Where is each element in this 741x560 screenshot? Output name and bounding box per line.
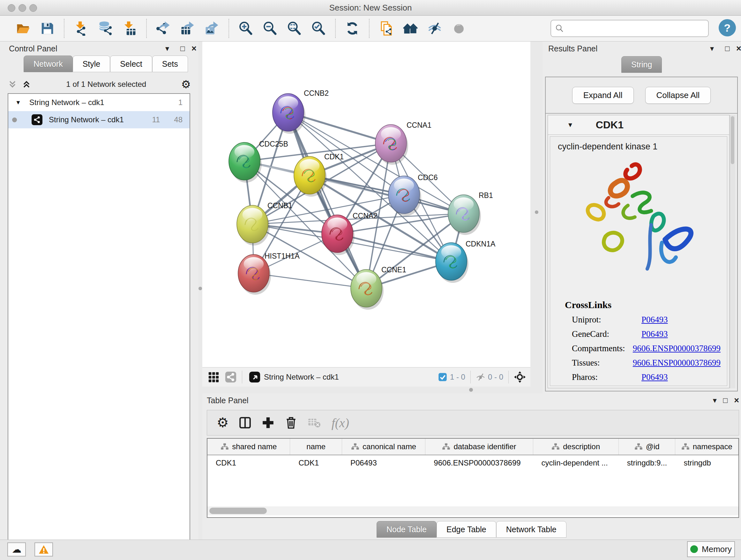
tab-network-table[interactable]: Network Table (496, 521, 566, 538)
tab-style[interactable]: Style (73, 56, 111, 72)
network-icon (31, 114, 43, 125)
detach-view-icon[interactable] (249, 371, 261, 383)
float-panel-icon[interactable]: □ (725, 44, 730, 53)
column-header-name[interactable]: name (290, 439, 342, 455)
table-settings-gear-icon[interactable]: ⚙ (217, 416, 229, 429)
first-neighbors-of-selected-button[interactable] (400, 19, 421, 38)
zoom-out-button[interactable] (260, 19, 280, 38)
column-header-shared-name[interactable]: shared name (207, 439, 290, 455)
control-panel: Control Panel ▾ □ × Network Style Select… (0, 42, 199, 540)
hidden-eye-icon[interactable] (476, 372, 485, 382)
network-row[interactable]: String Network – cdk1 11 48 (8, 111, 190, 128)
birdseye-toggle-icon[interactable] (514, 371, 526, 383)
control-panel-title: Control Panel (9, 44, 57, 53)
collapse-all-icon[interactable] (8, 79, 17, 89)
panel-menu-icon[interactable]: ▾ (710, 44, 714, 53)
close-panel-icon[interactable]: × (734, 395, 739, 406)
new-network-from-selection-button[interactable] (376, 19, 396, 38)
apply-preferred-layout-button[interactable] (342, 19, 362, 38)
save-session-button[interactable] (37, 19, 57, 38)
cloud-status-button[interactable]: ☁ (7, 543, 26, 557)
export-network-icon (156, 21, 171, 36)
node-CDKN1A[interactable]: CDKN1A (435, 240, 495, 283)
selected-checkbox-icon[interactable] (438, 372, 448, 382)
collection-expand-icon[interactable]: ▼ (15, 99, 21, 106)
tab-select[interactable]: Select (110, 56, 152, 72)
zoom-in-button[interactable] (235, 19, 256, 38)
table-horizontal-scrollbar[interactable] (207, 506, 738, 515)
node-CCNE1[interactable]: CCNE1 (351, 266, 406, 310)
warnings-button[interactable] (35, 543, 53, 557)
column-header-canonical-name[interactable]: canonical name (342, 439, 425, 455)
section-expand-icon[interactable]: ▼ (567, 121, 574, 129)
open-session-button[interactable] (13, 19, 33, 38)
tab-network[interactable]: Network (23, 56, 73, 72)
import-table-from-file-button[interactable] (119, 19, 140, 38)
zoom-selected-region-button[interactable] (308, 19, 329, 38)
column-header-namespace[interactable]: namespace (675, 439, 738, 455)
node-label-CDKN1A: CDKN1A (466, 240, 495, 248)
edge-CDK1-RB1[interactable] (310, 175, 464, 213)
export-network-button[interactable] (153, 19, 174, 38)
create-column-icon[interactable] (261, 416, 275, 429)
tab-sets[interactable]: Sets (152, 56, 188, 72)
close-panel-icon[interactable]: × (192, 44, 197, 54)
expand-all-button[interactable]: Expand All (572, 87, 634, 104)
results-scrollbar[interactable] (730, 115, 735, 388)
network-canvas[interactable]: CCNB2 CCNA1 CDC25B CDK1 CDC6 RB1 CCNB1 (202, 42, 530, 367)
tab-node-table[interactable]: Node Table (377, 521, 436, 538)
tab-edge-table[interactable]: Edge Table (436, 521, 496, 538)
table-row[interactable]: CDK1CDK1P064939606.ENSP00000378699cyclin… (207, 455, 738, 471)
close-panel-icon[interactable]: × (736, 44, 741, 54)
toolbar-separator (335, 19, 336, 38)
import-network-from-file-button[interactable] (71, 19, 91, 38)
export-image-icon (205, 21, 219, 36)
crosslink-link[interactable]: 9606.ENSP00000378699 (633, 344, 721, 354)
column-header-description[interactable]: description (533, 439, 619, 455)
left-splitter-handle[interactable] (199, 287, 202, 290)
node-RB1[interactable]: RB1 (448, 191, 493, 235)
export-table-button[interactable] (178, 19, 198, 38)
zoom-fit-content-button[interactable] (284, 19, 305, 38)
export-image-button[interactable] (202, 19, 222, 38)
right-splitter-handle[interactable] (535, 210, 538, 214)
crosslink-link[interactable]: P06493 (642, 315, 668, 325)
crosslink-link[interactable]: P06493 (642, 329, 668, 339)
tab-string[interactable]: String (621, 56, 662, 73)
show-all-button[interactable] (449, 19, 469, 38)
toggle-columns-icon[interactable] (239, 416, 252, 429)
memory-button[interactable]: Memory (687, 541, 735, 557)
node-HIST1H1A[interactable]: HIST1H1A (238, 252, 300, 295)
network-view-icon[interactable] (225, 371, 237, 383)
delete-column-icon[interactable] (284, 416, 298, 429)
crosslink-link[interactable]: 9606.ENSP00000378699 (633, 358, 721, 368)
node-CCNB1[interactable]: CCNB1 (237, 201, 292, 246)
panel-menu-icon[interactable]: ▾ (165, 44, 169, 53)
node-CCNA1[interactable]: CCNA1 (375, 121, 431, 165)
network-options-gear-icon[interactable]: ⚙ (181, 79, 191, 90)
collapse-all-button[interactable]: Collapse All (645, 87, 711, 104)
crosslink-link[interactable]: P06493 (642, 372, 668, 382)
node-CCNA2[interactable]: CCNA2 (322, 212, 378, 255)
expand-all-icon[interactable] (22, 79, 31, 89)
node-table[interactable]: shared namenamecanonical namedatabase id… (207, 438, 739, 518)
edge-CCNB2-CCNE1[interactable] (288, 112, 366, 288)
search-input[interactable] (564, 22, 708, 35)
node-label-CCNB1: CCNB1 (267, 201, 292, 210)
float-panel-icon[interactable]: □ (723, 396, 728, 405)
hide-selected-button[interactable] (424, 19, 445, 38)
grid-view-icon[interactable] (207, 371, 219, 383)
network-collection-row[interactable]: ▼ String Network – cdk1 1 (8, 94, 190, 111)
import-network-from-database-button[interactable] (95, 19, 116, 38)
crosslink-row: GeneCard:P06493 (565, 329, 721, 339)
node-CCNB2[interactable]: CCNB2 (273, 89, 329, 134)
column-header--id[interactable]: @id (619, 439, 676, 455)
float-panel-icon[interactable]: □ (180, 44, 185, 53)
help-button[interactable]: ? (719, 19, 736, 37)
gene-section-header[interactable]: ▼ CDK1 (548, 115, 729, 135)
network-graph[interactable]: CCNB2 CCNA1 CDC25B CDK1 CDC6 RB1 CCNB1 (202, 42, 530, 367)
column-header-database-identifier[interactable]: database identifier (425, 439, 533, 455)
panel-menu-icon[interactable]: ▾ (713, 396, 717, 405)
search-field[interactable] (550, 20, 709, 37)
horizontal-splitter-handle[interactable] (469, 388, 473, 392)
